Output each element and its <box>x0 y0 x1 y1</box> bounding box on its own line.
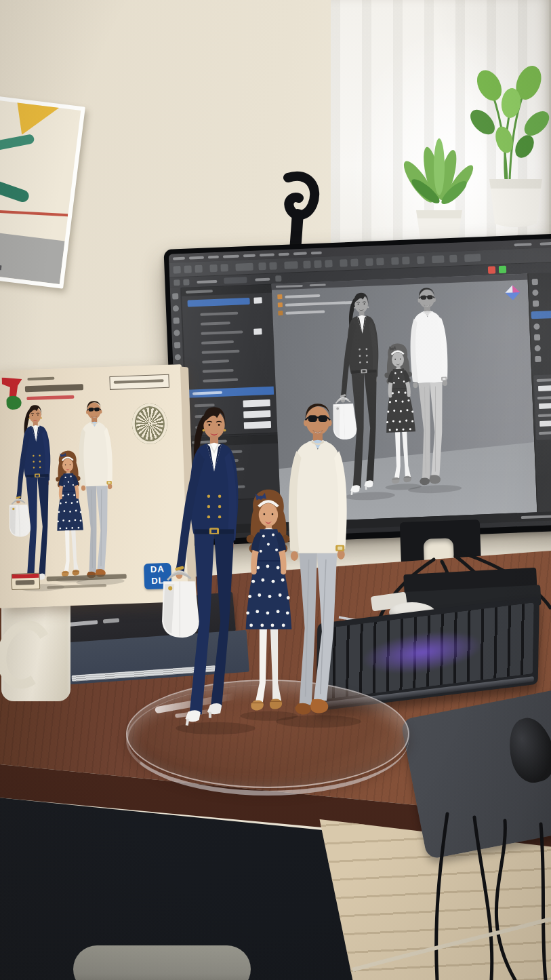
option-field <box>224 277 247 283</box>
tool-icon <box>391 257 399 264</box>
tool-dropdown <box>235 263 253 271</box>
menu-item <box>208 256 219 259</box>
badge-text <box>16 580 35 585</box>
family-figurines <box>155 395 389 738</box>
menu-item <box>243 254 256 258</box>
field-button <box>253 297 262 303</box>
tool-icon <box>449 255 457 262</box>
tool-icon <box>184 265 191 273</box>
tool-icon <box>417 256 424 264</box>
panel-header <box>182 285 272 296</box>
red-color-swatch <box>488 266 495 273</box>
object-icon <box>278 311 283 315</box>
list-row <box>200 312 238 316</box>
tool-icon <box>314 260 321 268</box>
list-row <box>203 378 238 383</box>
poster-yellow-shape <box>12 100 64 140</box>
box-title-strip <box>109 374 169 390</box>
tool-icon <box>402 256 409 264</box>
tool-icon <box>325 260 332 267</box>
box-art-family <box>1 395 140 595</box>
menu-item <box>514 243 532 246</box>
poster-green-stroke <box>0 174 30 203</box>
panel-tab-icon <box>534 334 540 340</box>
mug-handle <box>0 614 59 694</box>
subpanel-field <box>538 385 551 391</box>
tool-icon <box>172 293 178 299</box>
tool-icon <box>173 317 179 324</box>
tool-icon <box>183 279 189 286</box>
outliner-label <box>285 294 320 298</box>
list-row <box>202 350 240 354</box>
panel-tab-icon <box>535 345 541 351</box>
status-text <box>521 515 551 519</box>
menu-item <box>189 256 204 260</box>
panel-tab-icon <box>533 324 539 330</box>
panel-tab-icon <box>533 300 539 307</box>
tool-icon <box>173 266 180 273</box>
tool-icon <box>376 258 384 265</box>
tool-icon <box>269 262 277 269</box>
menu-item <box>311 252 322 255</box>
tool-icon <box>258 262 266 270</box>
list-row <box>201 330 243 334</box>
tool-icon <box>209 264 217 272</box>
tool-icon <box>340 259 347 267</box>
tool-icon <box>195 265 202 273</box>
tool-icon <box>173 305 179 311</box>
subpanel-field <box>539 420 551 427</box>
box-title-text <box>114 379 164 384</box>
nav-gizmo-icon <box>504 283 522 302</box>
list-row <box>202 359 229 364</box>
badge-red-band <box>12 574 39 579</box>
viewport-header-text <box>276 285 303 288</box>
tool-icon <box>174 279 180 286</box>
list-row <box>201 340 234 345</box>
tool-icon <box>365 258 373 266</box>
tool-icon <box>220 264 228 271</box>
collection-icon <box>277 294 282 299</box>
selected-panel-tab <box>531 311 551 319</box>
poster-gray-strip <box>0 230 65 284</box>
subpanel-field <box>539 403 551 409</box>
green-color-swatch <box>499 266 506 273</box>
book-spine-text <box>66 620 98 627</box>
option-label <box>255 278 270 281</box>
panel-tab-icon <box>535 356 541 362</box>
chair-armrest <box>73 945 251 980</box>
subpanel-row <box>537 378 551 382</box>
option-label <box>197 280 217 283</box>
poster-green-stroke <box>0 134 35 151</box>
book-spine-text <box>103 618 119 623</box>
logo-title-text <box>25 384 83 392</box>
subpanel-row <box>538 414 551 417</box>
menu-item <box>293 252 307 256</box>
tool-icon <box>174 342 180 348</box>
tool-icon <box>303 260 310 268</box>
subpanel-row <box>537 396 551 399</box>
menu-item <box>173 257 185 260</box>
list-row <box>203 369 234 373</box>
tool-icon <box>432 255 444 263</box>
photo-desk-figurine-scene: DA DL <box>0 0 551 980</box>
logo-small-text <box>27 377 54 380</box>
collection-icon <box>278 302 283 307</box>
menu-item <box>539 242 551 246</box>
tool-icon <box>175 354 181 360</box>
hanging-cables <box>339 780 551 980</box>
tool-dropdown <box>464 254 481 262</box>
tool-dropdown <box>284 261 298 269</box>
menu-item <box>279 253 289 256</box>
outliner-label <box>285 311 325 315</box>
poster-red-line <box>0 209 68 216</box>
right-subpanel <box>533 374 551 441</box>
tool-icon <box>275 275 281 281</box>
box-scale-badge <box>11 573 40 590</box>
panel-tab-icon <box>532 279 538 285</box>
active-input-field <box>187 298 249 307</box>
menu-item <box>223 255 239 258</box>
panel-title <box>186 290 213 294</box>
tool-icon <box>350 259 358 267</box>
panel-tab-icon <box>532 290 538 296</box>
menu-item <box>260 253 274 256</box>
